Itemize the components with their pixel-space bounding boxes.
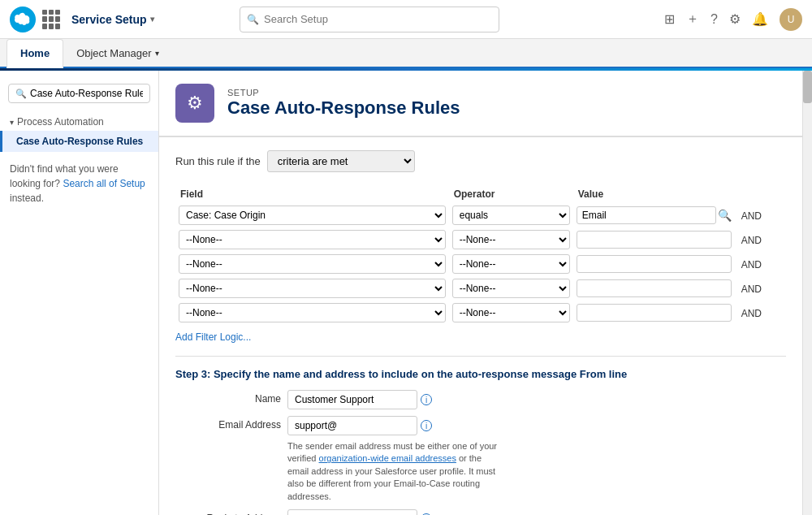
and-label-4: AND [738,283,765,295]
op-select-2[interactable]: --None-- [452,230,570,249]
app-launcher-icon[interactable] [42,10,62,29]
lookup-icon-1[interactable]: 🔍 [718,209,732,222]
and-label-1: AND [738,210,765,222]
and-label-2: AND [738,235,765,246]
name-label: Name [175,390,281,405]
value-input-2[interactable] [577,231,732,249]
step3-reply-row: Reply-to Address i [175,509,786,515]
email-help-text: The sender email address must be either … [287,440,499,503]
search-icon: 🔍 [247,14,259,25]
sidebar-search-icon: 🔍 [15,89,27,99]
help-icon[interactable]: ? [710,12,718,27]
search-all-setup-link[interactable]: Search all of Setup [63,178,145,189]
op-select-4[interactable]: --None-- [452,279,570,298]
home-icon[interactable]: ⊞ [664,11,675,27]
section-chevron: ▾ [10,118,14,127]
page-icon: ⚙ [175,84,214,123]
sidebar: 🔍 ▾ Process Automation Case Auto-Respons… [0,71,159,515]
sidebar-search-input[interactable] [30,88,143,99]
col-field: Field [175,185,449,203]
and-label-5: AND [738,308,765,319]
criteria-label: Run this rule if the [175,155,261,167]
gear-setup-icon: ⚙ [187,93,203,114]
gear-icon[interactable]: ⚙ [729,11,741,27]
salesforce-logo[interactable] [10,6,36,32]
value-input-3[interactable] [577,255,732,273]
avatar[interactable]: U [780,8,802,31]
op-select-3[interactable]: --None-- [452,254,570,274]
col-and [735,185,786,203]
scrollbar[interactable] [802,71,812,515]
sidebar-help-text: Didn't find what you were looking for? S… [0,152,158,215]
criteria-select[interactable]: criteria are met formula evaluates to tr… [267,150,415,172]
main-layout: 🔍 ▾ Process Automation Case Auto-Respons… [0,71,812,515]
value-input-5[interactable] [577,304,732,322]
tab-bar: Home Object Manager ▾ [0,39,812,68]
bell-icon[interactable]: 🔔 [752,11,768,27]
app-name[interactable]: Service Setup ▾ [71,13,154,26]
sidebar-search[interactable]: 🔍 [8,84,150,103]
content-area: ⚙ SETUP Case Auto-Response Rules Run thi… [159,71,802,515]
search-bar: 🔍 [240,6,499,32]
scroll-thumb[interactable] [803,71,812,103]
step3-name-row: Name i [175,390,786,409]
add-icon[interactable]: ＋ [686,11,699,28]
field-select-3[interactable]: --None-- [179,254,446,274]
step3-email-row: Email Address i The sender email address… [175,416,786,503]
name-info-icon[interactable]: i [421,394,432,405]
field-select-4[interactable]: --None-- [179,279,446,298]
tab-chevron: ▾ [155,49,159,58]
op-select-5[interactable]: --None-- [452,303,570,322]
email-info-icon[interactable]: i [421,420,432,431]
app-name-chevron: ▾ [150,15,154,24]
form-area: Run this rule if the criteria are met fo… [159,136,802,515]
tab-home[interactable]: Home [6,39,63,68]
filter-table: Field Operator Value Case: Case Origin [175,185,786,325]
value-input-1[interactable] [577,206,716,224]
filter-row-4: --None-- --None-- AND [175,276,786,301]
add-filter-logic-link[interactable]: Add Filter Logic... [175,331,786,343]
top-nav: Service Setup ▾ 🔍 ⊞ ＋ ? ⚙ 🔔 U [0,0,812,39]
email-input[interactable] [287,416,417,435]
filter-row-1: Case: Case Origin equals 🔍 [175,203,786,227]
value-input-4[interactable] [577,279,732,297]
step3-section: Step 3: Specify the name and address to … [175,356,786,515]
reply-label: Reply-to Address [175,509,281,515]
reply-input[interactable] [287,509,417,515]
search-input[interactable] [264,13,492,25]
name-value-container: i [287,390,432,409]
field-select-2[interactable]: --None-- [179,230,446,249]
filter-row-5: --None-- --None-- AND [175,301,786,325]
filter-row-2: --None-- --None-- AND [175,227,786,252]
col-value: Value [573,185,735,203]
page-header-text: SETUP Case Auto-Response Rules [227,88,460,119]
page-header: ⚙ SETUP Case Auto-Response Rules [159,71,802,136]
step3-title: Step 3: Specify the name and address to … [175,368,786,380]
reply-value-container: i [287,509,432,515]
criteria-row: Run this rule if the criteria are met fo… [175,150,786,172]
filter-row-3: --None-- --None-- AND [175,252,786,276]
email-label: Email Address [175,416,281,431]
org-email-link[interactable]: organization-wide email addresses [319,453,456,463]
op-select-1[interactable]: equals [452,206,570,225]
field-select-5[interactable]: --None-- [179,303,446,322]
and-label-3: AND [738,259,765,270]
field-select-1[interactable]: Case: Case Origin [179,206,446,225]
sidebar-section-automation[interactable]: ▾ Process Automation [0,110,158,131]
page-title: Case Auto-Response Rules [227,97,460,119]
email-value-container: i [287,416,499,435]
tab-object-manager[interactable]: Object Manager ▾ [63,38,172,67]
col-operator: Operator [449,185,573,203]
setup-label: SETUP [227,88,460,97]
top-nav-right: ⊞ ＋ ? ⚙ 🔔 U [664,8,802,31]
name-input[interactable] [287,390,417,409]
sidebar-item-case-auto-response[interactable]: Case Auto-Response Rules [0,131,158,152]
